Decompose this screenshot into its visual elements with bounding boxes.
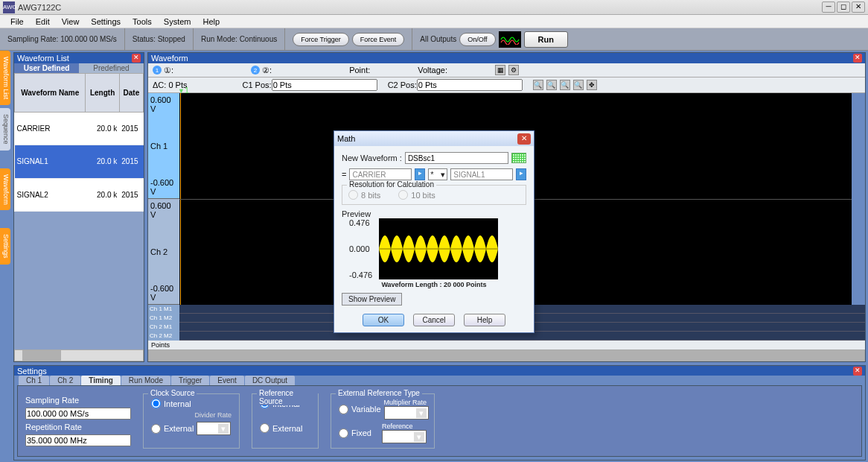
- multiplier-rate-combo[interactable]: 1▾: [384, 406, 429, 420]
- math-cancel-button[interactable]: Cancel: [413, 314, 455, 326]
- wlist-row[interactable]: SIGNAL220.0 k2015: [15, 178, 144, 211]
- repetition-rate-input[interactable]: [25, 434, 131, 446]
- output-wave-icon: [499, 31, 521, 48]
- math-operator-combo[interactable]: *▾: [428, 168, 447, 180]
- preview-label: Preview: [342, 209, 526, 218]
- wlist-hscroll[interactable]: [14, 349, 144, 361]
- menu-tools[interactable]: Tools: [127, 16, 158, 28]
- zoom-out-icon[interactable]: 🔍: [546, 80, 557, 90]
- toolbar: Sampling Rate: 100.000 00 MS/s Status: S…: [0, 28, 868, 51]
- tab-runmode[interactable]: Run Mode: [121, 376, 170, 385]
- clock-source-legend: Clock Source: [148, 389, 197, 397]
- sampling-rate-input[interactable]: [25, 408, 131, 420]
- force-event-button[interactable]: Force Event: [352, 33, 405, 46]
- ch1-bot-voltage: -0.600 V: [150, 178, 177, 196]
- force-trigger-button[interactable]: Force Trigger: [293, 33, 349, 46]
- tab-ch2[interactable]: Ch 2: [50, 376, 80, 385]
- close-button[interactable]: ✕: [852, 1, 865, 13]
- math-help-button[interactable]: Help: [464, 314, 505, 326]
- x-axis-unit: Points: [148, 341, 865, 349]
- minimize-button[interactable]: ─: [822, 1, 835, 13]
- preview-y-top: 0.476: [349, 218, 372, 227]
- waveform-list-panel: Waveform List ✕ User Defined Predefined …: [13, 52, 144, 362]
- settings-close-icon[interactable]: ✕: [853, 367, 862, 376]
- ext-fixed-radio[interactable]: [339, 428, 348, 438]
- show-preview-button[interactable]: Show Preview: [342, 293, 402, 306]
- wlist-row[interactable]: SIGNAL120.0 k2015: [15, 145, 144, 178]
- new-waveform-label: New Waveform :: [342, 154, 402, 162]
- clock-external-radio[interactable]: [151, 424, 161, 434]
- wlist-tab-user-defined[interactable]: User Defined: [14, 63, 79, 73]
- pan-icon[interactable]: ✥: [587, 80, 597, 90]
- menu-settings[interactable]: Settings: [85, 16, 127, 28]
- resolution-10bit-radio: [398, 190, 408, 200]
- ext-variable-radio[interactable]: [339, 405, 348, 414]
- divider-rate-combo[interactable]: 1/1▾: [197, 422, 231, 435]
- wlist-col-date[interactable]: Date: [119, 74, 143, 113]
- new-waveform-input[interactable]: [405, 152, 508, 164]
- zoom-fit-icon[interactable]: 🔍: [560, 80, 570, 90]
- side-tab-waveform-list[interactable]: Waveform List: [0, 51, 10, 105]
- cursor2-label: ②:: [262, 66, 272, 75]
- cursor-marker[interactable]: ▼1: [178, 86, 184, 92]
- clock-internal-radio[interactable]: [151, 399, 161, 408]
- tab-ch1[interactable]: Ch 1: [19, 376, 49, 385]
- wlist-empty-area: [14, 212, 144, 349]
- waveform-panel-close-icon[interactable]: ✕: [853, 54, 862, 63]
- menu-file[interactable]: File: [4, 16, 30, 28]
- onoff-button[interactable]: On/Off: [459, 33, 495, 46]
- ch1-name: Ch 1: [150, 142, 177, 151]
- c1pos-input[interactable]: [272, 79, 377, 91]
- math-dialog-title: Math: [337, 134, 355, 143]
- menu-view[interactable]: View: [56, 16, 86, 28]
- waveform-hscroll[interactable]: [148, 349, 865, 361]
- window-title: AWG7122C: [18, 3, 822, 12]
- cursor1-icon: 1: [153, 66, 162, 75]
- ext-ref-type-legend: External Reference Type: [336, 389, 422, 397]
- c2pos-input[interactable]: [417, 79, 523, 91]
- operand1-select-button[interactable]: ▸: [415, 168, 425, 180]
- tab-event[interactable]: Event: [210, 376, 244, 385]
- resolution-8bit-radio: [348, 190, 358, 200]
- reference-freq-combo[interactable]: 10 MHz▾: [382, 430, 427, 443]
- cursor1-label: ①:: [164, 66, 173, 75]
- cursor2-icon: 2: [251, 66, 260, 75]
- side-tab-waveform[interactable]: Waveform: [0, 168, 10, 211]
- divider-rate-label: Divider Rate: [151, 411, 232, 419]
- waveform-preview-icon[interactable]: [511, 153, 526, 163]
- menu-help[interactable]: Help: [197, 16, 226, 28]
- titlebar: AWG AWG7122C ─ ◻ ✕: [0, 0, 868, 15]
- side-tab-sequence[interactable]: Sequence: [0, 108, 10, 151]
- ref-external-radio[interactable]: [260, 423, 269, 433]
- wlist-row[interactable]: CARRIER20.0 k2015: [15, 112, 144, 145]
- grid-toggle-icon[interactable]: ▦: [495, 65, 505, 75]
- menu-system[interactable]: System: [158, 16, 197, 28]
- math-close-icon[interactable]: ✕: [517, 133, 531, 145]
- wlist-tab-predefined[interactable]: Predefined: [79, 63, 144, 73]
- tab-trigger[interactable]: Trigger: [171, 376, 209, 385]
- wlist-col-length[interactable]: Length: [86, 74, 119, 113]
- side-tabs: Waveform List Sequence Waveform Settings: [0, 51, 10, 462]
- tab-dcoutput[interactable]: DC Output: [245, 376, 295, 385]
- waveform-list-title: Waveform List: [17, 54, 69, 63]
- math-operand1-input[interactable]: [349, 168, 412, 180]
- menu-edit[interactable]: Edit: [30, 16, 56, 28]
- ch1-block[interactable]: 0.600 V Ch 1 -0.600 V: [148, 93, 179, 199]
- zoom-region-icon[interactable]: 🔍: [573, 80, 584, 90]
- runmode-label: Run Mode: Continuous: [201, 35, 277, 43]
- side-tab-settings[interactable]: Settings: [0, 228, 10, 265]
- ch2-block[interactable]: 0.600 V Ch 2 -0.600 V: [148, 199, 179, 305]
- waveform-list-close-icon[interactable]: ✕: [132, 54, 141, 63]
- math-ok-button[interactable]: OK: [363, 314, 404, 326]
- app-icon: AWG: [3, 1, 15, 13]
- wlist-col-name[interactable]: Waveform Name: [15, 74, 86, 113]
- tool-icon[interactable]: ⚙: [508, 65, 519, 75]
- zoom-in-icon[interactable]: 🔍: [533, 80, 543, 90]
- math-operand2-input[interactable]: [450, 168, 513, 180]
- maximize-button[interactable]: ◻: [837, 1, 850, 13]
- run-button[interactable]: Run: [524, 31, 568, 48]
- operand2-select-button[interactable]: ▸: [516, 168, 526, 180]
- tab-timing[interactable]: Timing: [81, 376, 121, 385]
- preview-caption: Waveform Length : 20 000 Points: [342, 281, 526, 288]
- voltage-label: Voltage:: [418, 66, 447, 75]
